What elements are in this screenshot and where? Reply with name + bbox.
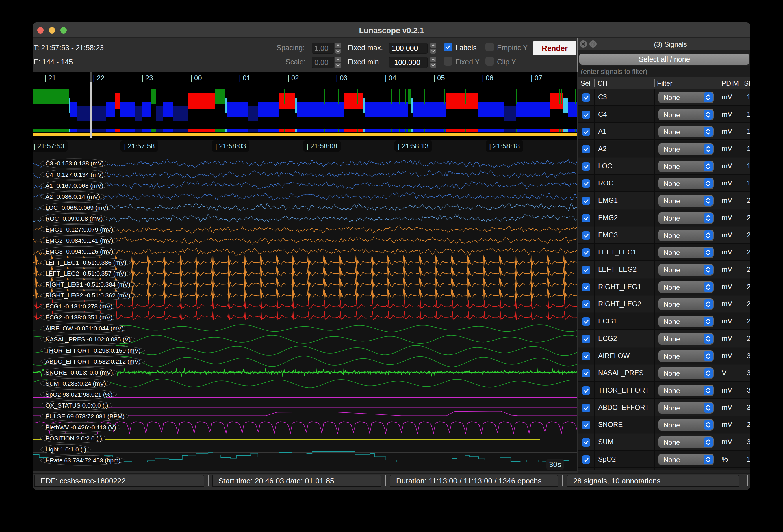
svg-text:| 23: | 23	[142, 74, 153, 82]
svg-text:| 21:58:13: | 21:58:13	[398, 142, 429, 150]
svg-text:ECG1 -0.131:0.278 (mV): ECG1 -0.131:0.278 (mV)	[45, 303, 113, 310]
svg-text:EMG2 -0.084:0.141 (mV): EMG2 -0.084:0.141 (mV)	[45, 237, 113, 244]
svg-text:ROC -0.09:0.08 (mV): ROC -0.09:0.08 (mV)	[45, 215, 102, 222]
svg-text:| 21:57:53: | 21:57:53	[33, 142, 64, 150]
svg-text:| 06: | 06	[482, 74, 494, 82]
svg-text:| 21:58:18: | 21:58:18	[489, 142, 520, 150]
svg-text:THOR_EFFORT -0.298:0.159 (mV): THOR_EFFORT -0.298:0.159 (mV)	[45, 347, 141, 354]
svg-text:SUM -0.283:0.24 (mV): SUM -0.283:0.24 (mV)	[45, 380, 106, 387]
svg-text:30s: 30s	[549, 460, 561, 469]
svg-text:| 21:58:03: | 21:58:03	[215, 142, 246, 150]
svg-text:OX_STATUS 0.0:0.0 (.): OX_STATUS 0.0:0.0 (.)	[45, 402, 108, 409]
svg-text:PlethWV -0.426:-0.113 (V): PlethWV -0.426:-0.113 (V)	[45, 424, 116, 431]
svg-text:RIGHT_LEG2 -0.51:0.362 (mV): RIGHT_LEG2 -0.51:0.362 (mV)	[45, 292, 130, 299]
svg-text:ECG2 -0.138:0.351 (mV): ECG2 -0.138:0.351 (mV)	[45, 314, 113, 321]
svg-text:A1 -0.167:0.068 (mV): A1 -0.167:0.068 (mV)	[45, 182, 103, 189]
svg-text:SpO2 98.021:98.021 (%): SpO2 98.021:98.021 (%)	[45, 391, 113, 398]
svg-text:HRate 63.734:72.453 (bpm): HRate 63.734:72.453 (bpm)	[45, 457, 121, 464]
svg-text:| 04: | 04	[385, 74, 397, 82]
svg-text:SNORE -0.013:-0.0 (mV): SNORE -0.013:-0.0 (mV)	[45, 369, 113, 376]
svg-text:| 21: | 21	[44, 74, 56, 82]
svg-text:| 00: | 00	[190, 74, 202, 82]
svg-text:ABDO_EFFORT -0.532:0.212 (mV): ABDO_EFFORT -0.532:0.212 (mV)	[45, 358, 141, 365]
svg-text:| 22: | 22	[93, 74, 104, 82]
svg-text:LEFT_LEG1 -0.51:0.386 (mV): LEFT_LEG1 -0.51:0.386 (mV)	[45, 259, 126, 266]
svg-text:| 01: | 01	[239, 74, 251, 82]
svg-text:| 05: | 05	[433, 74, 445, 82]
svg-text:RIGHT_LEG1 -0.51:0.384 (mV): RIGHT_LEG1 -0.51:0.384 (mV)	[45, 281, 130, 288]
svg-text:NASAL_PRES -0.102:0.085 (V): NASAL_PRES -0.102:0.085 (V)	[45, 336, 131, 343]
svg-text:EMG1 -0.127:0.079 (mV): EMG1 -0.127:0.079 (mV)	[45, 226, 113, 233]
svg-text:| 02: | 02	[287, 74, 299, 82]
svg-text:| 07: | 07	[531, 74, 542, 82]
svg-text:C4 -0.127:0.134 (mV): C4 -0.127:0.134 (mV)	[45, 171, 104, 178]
svg-text:PULSE 69.078:72.081 (BPM): PULSE 69.078:72.081 (BPM)	[45, 413, 125, 420]
svg-text:AIRFLOW -0.051:0.044 (mV): AIRFLOW -0.051:0.044 (mV)	[45, 325, 124, 332]
svg-text:| 21:57:58: | 21:57:58	[124, 142, 155, 150]
svg-text:A2 -0.086:0.14 (mV): A2 -0.086:0.14 (mV)	[45, 193, 100, 200]
svg-text:LOC -0.066:0.069 (mV): LOC -0.066:0.069 (mV)	[45, 204, 108, 211]
svg-text:EMG3 -0.094:0.126 (mV): EMG3 -0.094:0.126 (mV)	[45, 248, 113, 255]
svg-text:| 21:58:08: | 21:58:08	[307, 142, 337, 150]
svg-text:| 03: | 03	[336, 74, 348, 82]
svg-text:Light 1.0:1.0 (.): Light 1.0:1.0 (.)	[45, 446, 86, 453]
svg-text:C3 -0.153:0.138 (mV): C3 -0.153:0.138 (mV)	[45, 160, 104, 167]
svg-text:LEFT_LEG2 -0.51:0.357 (mV): LEFT_LEG2 -0.51:0.357 (mV)	[45, 270, 126, 277]
svg-text:POSITION 2.0:2.0 (.): POSITION 2.0:2.0 (.)	[45, 435, 102, 442]
